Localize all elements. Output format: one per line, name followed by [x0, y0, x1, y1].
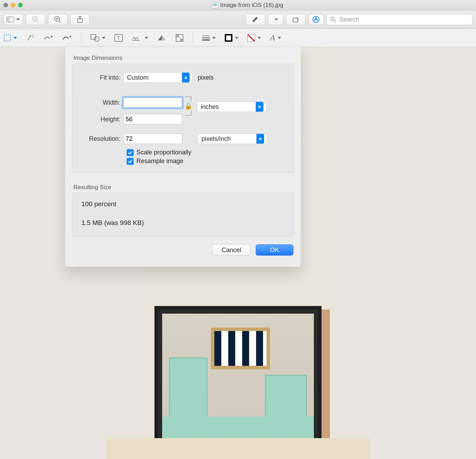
fill-color-tool[interactable]: [247, 34, 261, 42]
image-dimensions-panel: Fit into: Custom pixels Width: Height: 🔒: [72, 64, 294, 173]
scale-proportionally-label: Scale proportionally: [136, 149, 191, 156]
lock-icon: 🔒: [184, 102, 192, 110]
file-icon: [212, 2, 218, 8]
svg-line-6: [37, 21, 39, 23]
svg-marker-24: [50, 35, 53, 38]
selection-tool[interactable]: [3, 34, 17, 42]
adjust-size-dialog: Image Dimensions Fit into: Custom pixels…: [65, 47, 301, 267]
svg-point-18: [331, 17, 335, 21]
search-icon: [330, 16, 336, 23]
width-input[interactable]: [123, 97, 182, 108]
window-controls: [3, 3, 23, 7]
svg-rect-0: [7, 17, 14, 22]
svg-point-22: [33, 34, 34, 35]
height-input[interactable]: [123, 114, 182, 124]
width-label: Width:: [78, 99, 123, 106]
cancel-button[interactable]: Cancel: [213, 244, 250, 256]
shapes-tool[interactable]: [90, 34, 105, 42]
resulting-size-panel: 100 percent 1.5 MB (was 998 KB): [72, 193, 294, 237]
result-percent: 100 percent: [78, 198, 288, 210]
titlebar: Image from iOS (16).jpg: [0, 0, 476, 10]
border-color-tool[interactable]: [225, 34, 238, 42]
resolution-input[interactable]: [123, 134, 182, 144]
select-arrow-icon: [256, 102, 263, 112]
resample-image-label: Resample image: [136, 158, 183, 165]
svg-text:T: T: [117, 35, 120, 41]
size-unit-select[interactable]: inches: [197, 102, 267, 112]
svg-marker-25: [69, 35, 71, 38]
svg-line-9: [59, 21, 61, 23]
sign-tool[interactable]: [132, 34, 148, 41]
scale-proportionally-checkbox[interactable]: [127, 149, 134, 156]
svg-marker-32: [162, 35, 166, 40]
svg-marker-14: [253, 17, 258, 22]
markup-toggle-button[interactable]: [308, 14, 324, 25]
highlight-tool-button[interactable]: [246, 14, 265, 25]
adjust-size-tool[interactable]: [175, 34, 184, 42]
adjust-color-tool[interactable]: [157, 34, 166, 41]
svg-rect-15: [293, 18, 298, 22]
svg-line-35: [180, 38, 182, 40]
zoom-out-button[interactable]: [26, 14, 45, 25]
svg-point-23: [33, 37, 33, 38]
highlight-style-dropdown[interactable]: [268, 14, 283, 25]
minimize-window-button[interactable]: [11, 3, 15, 7]
fit-into-unit: pixels: [198, 74, 214, 81]
resulting-size-header: Resulting Size: [65, 176, 301, 193]
zoom-in-button[interactable]: [48, 14, 68, 25]
markup-toolbar: T A: [0, 29, 476, 47]
svg-rect-26: [91, 34, 96, 39]
instant-alpha-tool[interactable]: [26, 34, 34, 42]
svg-point-27: [94, 37, 99, 41]
select-arrow-icon: [182, 73, 190, 82]
height-label: Height:: [78, 116, 123, 123]
sidebar-toggle-button[interactable]: [3, 14, 23, 25]
fit-into-label: Fit into:: [78, 74, 123, 81]
resample-image-checkbox[interactable]: [127, 158, 134, 165]
text-style-tool[interactable]: A: [270, 33, 281, 42]
window-title: Image from iOS (16).jpg: [220, 2, 283, 9]
select-arrow-icon: [256, 134, 264, 144]
rotate-button[interactable]: [286, 14, 306, 25]
svg-rect-20: [4, 35, 10, 41]
sketch-tool[interactable]: [43, 34, 53, 41]
search-field[interactable]: Search: [326, 14, 473, 25]
svg-line-34: [177, 35, 179, 38]
svg-point-21: [32, 35, 33, 36]
resolution-unit-select[interactable]: pixels/inch: [198, 134, 267, 144]
zoom-window-button[interactable]: [18, 3, 23, 7]
main-toolbar: Search: [0, 10, 476, 29]
ok-button[interactable]: OK: [256, 244, 293, 256]
draw-tool[interactable]: [62, 34, 72, 41]
result-filesize: 1.5 MB (was 998 KB): [78, 217, 288, 229]
share-button[interactable]: [70, 14, 90, 25]
line-style-tool[interactable]: [202, 35, 216, 41]
close-window-button[interactable]: [3, 3, 8, 7]
svg-line-19: [334, 20, 336, 22]
text-tool[interactable]: T: [114, 34, 123, 42]
search-placeholder: Search: [339, 16, 359, 23]
fit-into-select[interactable]: Custom: [123, 72, 193, 83]
image-dimensions-header: Image Dimensions: [65, 47, 301, 64]
resolution-label: Resolution:: [78, 135, 123, 143]
